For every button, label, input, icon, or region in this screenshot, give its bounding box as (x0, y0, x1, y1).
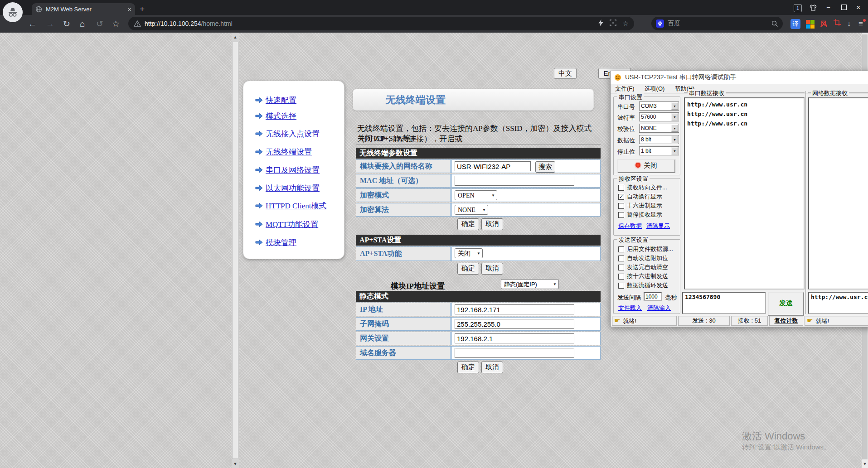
mac-input[interactable] (455, 176, 574, 186)
checkbox-icon[interactable] (618, 283, 624, 289)
cancel-button[interactable]: 取消 (481, 218, 503, 230)
sidebar-item-ap-settings[interactable]: 无线接入点设置 (255, 129, 320, 138)
clear-display-link[interactable]: 清除显示 (646, 222, 670, 230)
checkbox-row[interactable]: 启用文件数据源... (618, 246, 673, 253)
stop-bits-combo[interactable]: 1 bit▼ (639, 146, 679, 155)
browser-menu-icon[interactable]: ≡ (856, 19, 866, 29)
checkbox-row[interactable]: 接收转向文件... (618, 184, 667, 191)
sidebar-link[interactable]: MQTT功能设置 (266, 219, 318, 230)
ok-button[interactable]: 确定 (457, 362, 479, 373)
baud-rate-combo[interactable]: 57600▼ (639, 112, 679, 121)
lang-chinese-button[interactable]: 中文 (554, 68, 577, 79)
checkbox-icon[interactable] (618, 185, 624, 191)
checkbox-icon[interactable] (618, 212, 624, 218)
serial-rx-area[interactable]: http://www.usr.cn http://www.usr.cn http… (684, 97, 805, 289)
url-bar[interactable]: http://10.10.100.254/home.html ☆ (128, 17, 634, 30)
menu-file[interactable]: 文件(F) (615, 85, 635, 93)
encryption-mode-select[interactable]: OPEN▼ (455, 190, 497, 200)
data-bits-combo[interactable]: 8 bit▼ (639, 135, 679, 144)
checkbox-icon[interactable] (618, 274, 624, 280)
undo-button[interactable]: ↺ (96, 19, 103, 28)
chevron-down-icon[interactable]: ▼ (671, 125, 678, 132)
checkbox-row[interactable]: 暂停接收显示 (618, 211, 662, 218)
cancel-button[interactable]: 取消 (481, 362, 503, 373)
sidebar-item-mqtt[interactable]: MQTT功能设置 (255, 220, 318, 229)
frame-scrollbar-thumb[interactable] (232, 42, 238, 459)
grid-extension-icon[interactable] (806, 20, 815, 29)
ok-button[interactable]: 确定 (457, 218, 479, 230)
apsta-fn-select[interactable]: 关闭▼ (455, 248, 483, 258)
browser-tab[interactable]: M2M Web Server × (32, 3, 135, 15)
search-magnifier-icon[interactable] (771, 20, 778, 27)
gateway-input[interactable] (455, 333, 574, 343)
ip-mode-select[interactable]: 静态(固定IP)▼ (501, 279, 559, 289)
new-tab-button[interactable]: + (140, 4, 145, 14)
chevron-down-icon[interactable]: ▼ (671, 102, 678, 110)
chevron-down-icon[interactable]: ▼ (671, 147, 678, 154)
home-button[interactable]: ⌂ (80, 19, 85, 28)
load-file-link[interactable]: 文件载入 (618, 304, 642, 312)
checkbox-row[interactable]: 发送完自动清空 (618, 264, 668, 271)
usr-tcp232-test-window[interactable]: USR-TCP232-Test 串口转网络调试助手 文件(F) 选项(O) 帮助… (610, 71, 868, 327)
com-port-combo[interactable]: COM3▼ (639, 101, 679, 111)
sidebar-item-module-mgmt[interactable]: 模块管理 (255, 238, 296, 247)
frame-scroll-up-icon[interactable]: ▲ (232, 34, 239, 41)
crop-extension-icon[interactable] (832, 19, 842, 29)
pdf-extension-icon[interactable]: 风 (819, 19, 829, 29)
sidebar-item-httpd-client[interactable]: HTTPD Client模式 (255, 201, 327, 210)
mask-input[interactable] (455, 319, 574, 329)
minimize-button[interactable]: – (827, 4, 830, 10)
checkbox-icon[interactable] (618, 256, 624, 261)
tool-titlebar[interactable]: USR-TCP232-Test 串口转网络调试助手 (611, 71, 868, 84)
close-window-button[interactable]: × (856, 4, 860, 12)
reload-button[interactable]: ↻ (63, 19, 70, 28)
bookmark-star-icon[interactable]: ☆ (112, 19, 120, 28)
sidebar-link[interactable]: 模式选择 (266, 111, 296, 121)
tab-close-icon[interactable]: × (127, 5, 131, 13)
search-box[interactable]: 百度 (651, 17, 783, 30)
checkbox-icon[interactable] (618, 246, 624, 252)
favorite-star-icon[interactable]: ☆ (623, 19, 629, 28)
profile-badge[interactable]: 1 (794, 4, 802, 12)
sidebar-link[interactable]: 快速配置 (266, 95, 296, 106)
checkbox-row[interactable]: 自动发送附加位 (618, 255, 668, 262)
checkbox-row[interactable]: ✓自动换行显示 (618, 193, 662, 200)
send-interval-input[interactable] (644, 292, 662, 301)
forward-button[interactable]: → (46, 19, 54, 28)
sidebar-link[interactable]: 以太网功能设置 (266, 183, 320, 193)
dns-input[interactable] (455, 348, 574, 358)
chevron-down-icon[interactable]: ▼ (671, 113, 678, 121)
send-button[interactable]: 发送 (768, 292, 804, 316)
parity-combo[interactable]: NONE▼ (639, 124, 679, 133)
checkbox-icon[interactable] (618, 203, 624, 209)
sidebar-item-mode-select[interactable]: 模式选择 (255, 111, 296, 121)
save-data-link[interactable]: 保存数据 (618, 222, 642, 230)
ip-input[interactable] (455, 304, 574, 314)
restore-button[interactable] (841, 5, 847, 11)
sidebar-link[interactable]: 模块管理 (266, 237, 296, 248)
flash-lightning-icon[interactable] (598, 19, 603, 28)
checkbox-icon[interactable]: ✓ (618, 194, 624, 200)
serial-tx-input[interactable]: 1234567890 (682, 292, 766, 314)
search-placeholder[interactable]: 百度 (668, 19, 771, 28)
reset-count-button[interactable]: 复位计数 (769, 316, 803, 326)
checkbox-row[interactable]: 十六进制显示 (618, 202, 662, 209)
checkbox-row[interactable]: 数据流循环发送 (618, 282, 668, 289)
download-icon[interactable]: ↓ (844, 19, 854, 29)
frame-scroll-down-icon[interactable]: ▼ (232, 460, 239, 468)
search-ssid-button[interactable]: 搜索 (535, 161, 555, 173)
sidebar-item-ethernet[interactable]: 以太网功能设置 (255, 183, 320, 193)
sidebar-item-quick-config[interactable]: 快速配置 (255, 96, 296, 105)
encryption-alg-select[interactable]: NONE▼ (455, 205, 488, 215)
sidebar-item-serial-network[interactable]: 串口及网络设置 (255, 165, 320, 174)
theme-icon[interactable] (810, 5, 817, 12)
menu-options[interactable]: 选项(O) (645, 85, 665, 93)
sidebar-link[interactable]: 无线接入点设置 (266, 129, 320, 139)
chevron-down-icon[interactable]: ▼ (671, 136, 678, 143)
browser-scroll-down-icon[interactable]: ▼ (862, 460, 868, 468)
translate-extension-icon[interactable]: 译 (790, 19, 800, 29)
checkbox-row[interactable]: 按十六进制发送 (618, 273, 668, 280)
clear-input-link[interactable]: 清除输入 (647, 304, 671, 312)
ok-button[interactable]: 确定 (457, 263, 479, 275)
url-text[interactable]: http://10.10.100.254/home.html (145, 20, 233, 27)
